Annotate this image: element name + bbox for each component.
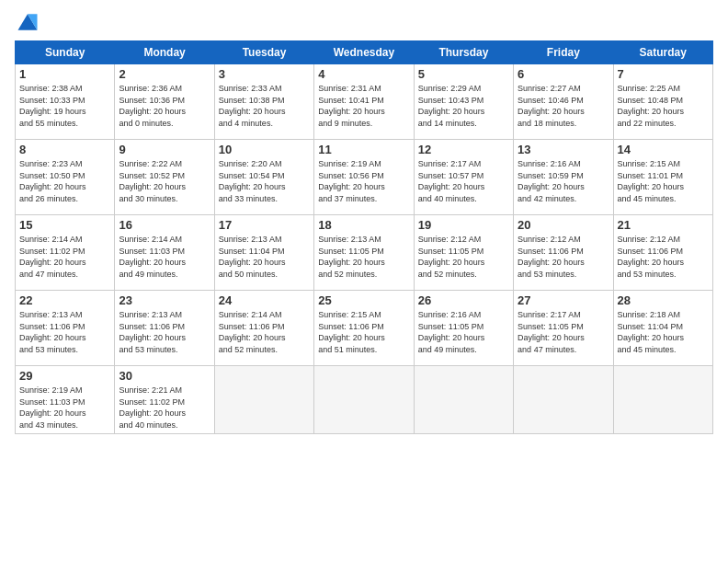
day-info: Sunrise: 2:22 AM Sunset: 10:52 PM Daylig…	[119, 158, 210, 204]
calendar-day-cell: 20Sunrise: 2:12 AM Sunset: 11:06 PM Dayl…	[514, 215, 613, 291]
day-info: Sunrise: 2:12 AM Sunset: 11:06 PM Daylig…	[518, 234, 609, 280]
day-of-week-header: Tuesday	[214, 41, 313, 64]
calendar-day-cell: 1Sunrise: 2:38 AM Sunset: 10:33 PM Dayli…	[16, 64, 115, 140]
calendar-day-cell	[314, 366, 414, 434]
calendar-day-cell: 4Sunrise: 2:31 AM Sunset: 10:41 PM Dayli…	[314, 64, 414, 140]
day-number: 17	[219, 218, 310, 232]
day-info: Sunrise: 2:13 AM Sunset: 11:06 PM Daylig…	[119, 309, 210, 355]
day-info: Sunrise: 2:17 AM Sunset: 11:05 PM Daylig…	[518, 309, 609, 355]
calendar-day-cell: 19Sunrise: 2:12 AM Sunset: 11:05 PM Dayl…	[414, 215, 513, 291]
day-number: 2	[119, 67, 210, 81]
logo-icon	[15, 9, 40, 35]
day-of-week-header: Monday	[115, 41, 214, 64]
calendar-day-cell: 15Sunrise: 2:14 AM Sunset: 11:02 PM Dayl…	[16, 215, 115, 291]
day-number: 22	[19, 293, 110, 307]
day-number: 10	[219, 143, 310, 156]
day-info: Sunrise: 2:25 AM Sunset: 10:48 PM Daylig…	[618, 83, 709, 129]
calendar-day-cell: 12Sunrise: 2:17 AM Sunset: 10:57 PM Dayl…	[414, 140, 513, 215]
day-number: 12	[418, 143, 509, 156]
header-row	[15, 9, 713, 35]
calendar-day-cell: 18Sunrise: 2:13 AM Sunset: 11:05 PM Dayl…	[314, 215, 414, 291]
day-info: Sunrise: 2:29 AM Sunset: 10:43 PM Daylig…	[418, 83, 509, 129]
day-info: Sunrise: 2:12 AM Sunset: 11:06 PM Daylig…	[618, 234, 709, 280]
day-info: Sunrise: 2:13 AM Sunset: 11:06 PM Daylig…	[19, 309, 110, 355]
calendar-day-cell: 25Sunrise: 2:15 AM Sunset: 11:06 PM Dayl…	[314, 291, 414, 366]
day-number: 7	[618, 67, 709, 81]
day-info: Sunrise: 2:33 AM Sunset: 10:38 PM Daylig…	[219, 83, 310, 129]
day-info: Sunrise: 2:21 AM Sunset: 11:02 PM Daylig…	[119, 385, 210, 431]
calendar-day-cell: 3Sunrise: 2:33 AM Sunset: 10:38 PM Dayli…	[214, 64, 313, 140]
day-of-week-header: Thursday	[414, 41, 513, 64]
day-number: 23	[119, 293, 210, 307]
day-number: 1	[19, 67, 110, 81]
day-of-week-header: Wednesday	[314, 41, 414, 64]
day-number: 4	[318, 67, 409, 81]
calendar-day-cell: 27Sunrise: 2:17 AM Sunset: 11:05 PM Dayl…	[514, 291, 613, 366]
day-of-week-header: Sunday	[16, 41, 115, 64]
day-number: 19	[418, 218, 509, 232]
logo	[15, 9, 44, 35]
calendar-day-cell: 26Sunrise: 2:16 AM Sunset: 11:05 PM Dayl…	[414, 291, 513, 366]
calendar-day-cell: 14Sunrise: 2:15 AM Sunset: 11:01 PM Dayl…	[613, 140, 712, 215]
calendar-day-cell: 28Sunrise: 2:18 AM Sunset: 11:04 PM Dayl…	[613, 291, 712, 366]
calendar-day-cell: 29Sunrise: 2:19 AM Sunset: 11:03 PM Dayl…	[16, 366, 115, 434]
day-info: Sunrise: 2:16 AM Sunset: 11:05 PM Daylig…	[418, 309, 509, 355]
day-info: Sunrise: 2:13 AM Sunset: 11:05 PM Daylig…	[318, 234, 409, 280]
day-number: 30	[119, 369, 210, 383]
calendar-day-cell: 6Sunrise: 2:27 AM Sunset: 10:46 PM Dayli…	[514, 64, 613, 140]
day-info: Sunrise: 2:19 AM Sunset: 11:03 PM Daylig…	[19, 385, 110, 431]
calendar-week-row: 8Sunrise: 2:23 AM Sunset: 10:50 PM Dayli…	[16, 140, 713, 215]
day-number: 29	[19, 369, 110, 383]
day-info: Sunrise: 2:20 AM Sunset: 10:54 PM Daylig…	[219, 158, 310, 204]
day-info: Sunrise: 2:19 AM Sunset: 10:56 PM Daylig…	[318, 158, 409, 204]
day-number: 15	[19, 218, 110, 232]
calendar-day-cell: 11Sunrise: 2:19 AM Sunset: 10:56 PM Dayl…	[314, 140, 414, 215]
day-number: 28	[618, 293, 709, 307]
day-number: 18	[318, 218, 409, 232]
day-info: Sunrise: 2:27 AM Sunset: 10:46 PM Daylig…	[518, 83, 609, 129]
day-info: Sunrise: 2:14 AM Sunset: 11:06 PM Daylig…	[219, 309, 310, 355]
day-number: 11	[318, 143, 409, 156]
calendar-day-cell	[414, 366, 513, 434]
day-info: Sunrise: 2:12 AM Sunset: 11:05 PM Daylig…	[418, 234, 509, 280]
day-info: Sunrise: 2:38 AM Sunset: 10:33 PM Daylig…	[19, 83, 110, 129]
day-number: 5	[418, 67, 509, 81]
calendar-day-cell: 7Sunrise: 2:25 AM Sunset: 10:48 PM Dayli…	[613, 64, 712, 140]
calendar-day-cell: 30Sunrise: 2:21 AM Sunset: 11:02 PM Dayl…	[115, 366, 214, 434]
calendar-body: 1Sunrise: 2:38 AM Sunset: 10:33 PM Dayli…	[16, 64, 713, 434]
calendar-day-cell: 17Sunrise: 2:13 AM Sunset: 11:04 PM Dayl…	[214, 215, 313, 291]
day-info: Sunrise: 2:15 AM Sunset: 11:01 PM Daylig…	[618, 158, 709, 204]
calendar-table: SundayMondayTuesdayWednesdayThursdayFrid…	[15, 40, 713, 434]
day-info: Sunrise: 2:13 AM Sunset: 11:04 PM Daylig…	[219, 234, 310, 280]
calendar-day-cell	[613, 366, 712, 434]
calendar-day-cell: 8Sunrise: 2:23 AM Sunset: 10:50 PM Dayli…	[16, 140, 115, 215]
day-info: Sunrise: 2:14 AM Sunset: 11:03 PM Daylig…	[119, 234, 210, 280]
day-of-week-header: Friday	[514, 41, 613, 64]
day-info: Sunrise: 2:16 AM Sunset: 10:59 PM Daylig…	[518, 158, 609, 204]
day-number: 16	[119, 218, 210, 232]
day-info: Sunrise: 2:17 AM Sunset: 10:57 PM Daylig…	[418, 158, 509, 204]
calendar-day-cell: 22Sunrise: 2:13 AM Sunset: 11:06 PM Dayl…	[16, 291, 115, 366]
calendar-week-row: 1Sunrise: 2:38 AM Sunset: 10:33 PM Dayli…	[16, 64, 713, 140]
calendar-day-cell: 10Sunrise: 2:20 AM Sunset: 10:54 PM Dayl…	[214, 140, 313, 215]
calendar-day-cell	[214, 366, 313, 434]
day-number: 21	[618, 218, 709, 232]
day-number: 24	[219, 293, 310, 307]
calendar-container: SundayMondayTuesdayWednesdayThursdayFrid…	[0, 0, 728, 443]
calendar-day-cell: 24Sunrise: 2:14 AM Sunset: 11:06 PM Dayl…	[214, 291, 313, 366]
day-info: Sunrise: 2:14 AM Sunset: 11:02 PM Daylig…	[19, 234, 110, 280]
calendar-week-row: 15Sunrise: 2:14 AM Sunset: 11:02 PM Dayl…	[16, 215, 713, 291]
day-number: 25	[318, 293, 409, 307]
calendar-day-cell: 5Sunrise: 2:29 AM Sunset: 10:43 PM Dayli…	[414, 64, 513, 140]
day-number: 14	[618, 143, 709, 156]
calendar-week-row: 22Sunrise: 2:13 AM Sunset: 11:06 PM Dayl…	[16, 291, 713, 366]
day-number: 3	[219, 67, 310, 81]
day-number: 20	[518, 218, 609, 232]
day-number: 13	[518, 143, 609, 156]
day-number: 27	[518, 293, 609, 307]
day-number: 26	[418, 293, 509, 307]
calendar-day-cell: 21Sunrise: 2:12 AM Sunset: 11:06 PM Dayl…	[613, 215, 712, 291]
day-of-week-row: SundayMondayTuesdayWednesdayThursdayFrid…	[16, 41, 713, 64]
day-info: Sunrise: 2:36 AM Sunset: 10:36 PM Daylig…	[119, 83, 210, 129]
day-number: 9	[119, 143, 210, 156]
